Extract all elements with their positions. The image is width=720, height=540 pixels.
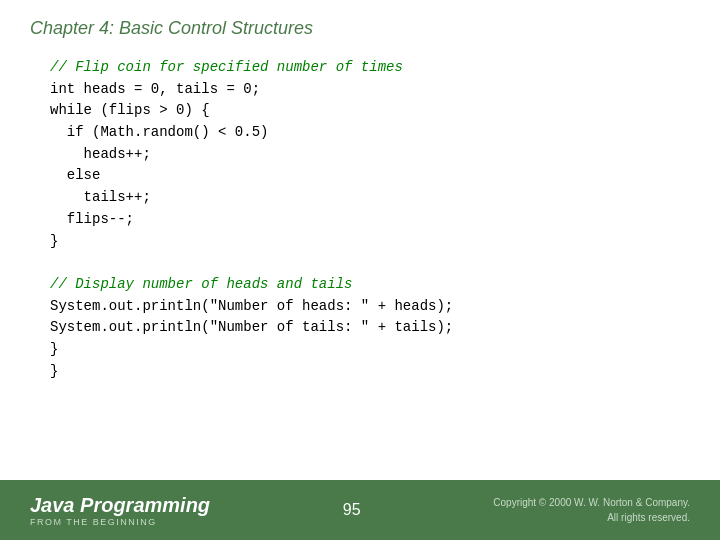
code-line-7: tails++; — [50, 187, 690, 209]
code-line-11: System.out.println("Number of heads: " +… — [50, 296, 690, 318]
footer-copyright: Copyright © 2000 W. W. Norton & Company.… — [493, 495, 690, 525]
code-line-12: System.out.println("Number of tails: " +… — [50, 317, 690, 339]
content-area: Chapter 4: Basic Control Structures // F… — [0, 0, 720, 392]
footer-left: Java Programming FROM THE BEGINNING — [30, 493, 210, 527]
code-line-3: while (flips > 0) { — [50, 100, 690, 122]
footer: Java Programming FROM THE BEGINNING 95 C… — [0, 480, 720, 540]
slide-container: Chapter 4: Basic Control Structures // F… — [0, 0, 720, 540]
code-line-6: else — [50, 165, 690, 187]
code-comment-2: // Display number of heads and tails — [50, 274, 690, 296]
footer-copyright-line1: Copyright © 2000 W. W. Norton & Company. — [493, 497, 690, 508]
code-comment-1: // Flip coin for specified number of tim… — [50, 57, 690, 79]
code-line-4: if (Math.random() < 0.5) — [50, 122, 690, 144]
code-line-2: int heads = 0, tails = 0; — [50, 79, 690, 101]
code-block: // Flip coin for specified number of tim… — [30, 57, 690, 382]
code-line-14: } — [50, 361, 690, 383]
code-line-8: flips--; — [50, 209, 690, 231]
footer-page-number: 95 — [343, 501, 361, 519]
chapter-title: Chapter 4: Basic Control Structures — [30, 10, 690, 39]
code-spacer-1 — [50, 252, 690, 274]
footer-subtitle: FROM THE BEGINNING — [30, 517, 210, 527]
footer-copyright-line2: All rights reserved. — [607, 512, 690, 523]
code-line-5: heads++; — [50, 144, 690, 166]
code-line-13: } — [50, 339, 690, 361]
code-line-9: } — [50, 231, 690, 253]
footer-title: Java Programming — [30, 493, 210, 517]
